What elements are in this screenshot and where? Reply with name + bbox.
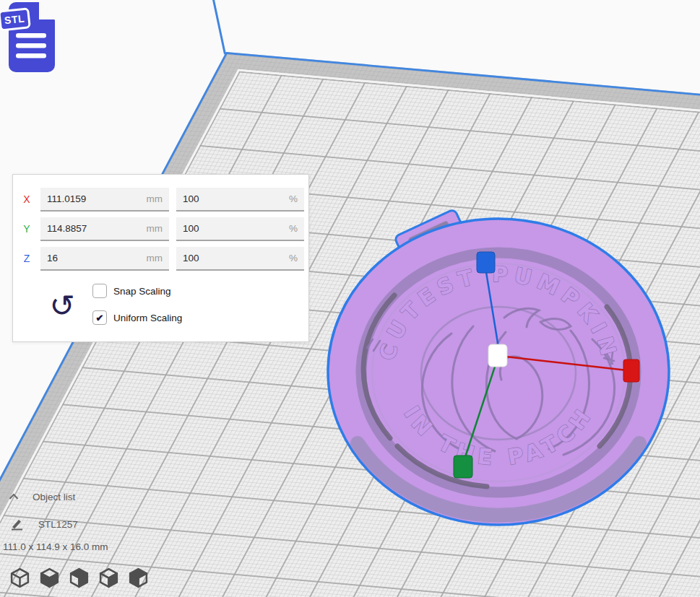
y-mm-field[interactable]: mm: [40, 217, 169, 241]
scale-row-z: Z mm %: [20, 247, 303, 271]
scale-handle-center[interactable]: [488, 344, 507, 367]
y-percent-input[interactable]: [176, 217, 269, 240]
object-list-toggle[interactable]: Object list: [33, 492, 75, 502]
z-percent-input[interactable]: [176, 247, 269, 269]
right-side-view-icon[interactable]: [129, 567, 148, 589]
object-list-item[interactable]: STL1257: [38, 519, 78, 530]
snap-scaling-checkbox[interactable]: [92, 284, 107, 298]
chevron-up-icon[interactable]: [9, 493, 19, 500]
x-mm-field[interactable]: mm: [40, 188, 169, 212]
uniform-scaling-row: ✔ Uniform Scaling: [92, 310, 182, 325]
axis-z-label: Z: [20, 247, 33, 271]
mold-model[interactable]: CUTEST PUMPKIN IN THE PATCH: [328, 219, 669, 525]
z-percent-field[interactable]: %: [176, 247, 304, 271]
x-percent-input[interactable]: [176, 188, 269, 210]
scale-handle-z[interactable]: [477, 252, 495, 273]
uniform-scaling-checkbox[interactable]: ✔: [92, 310, 107, 325]
percent-unit-label: %: [289, 217, 298, 240]
pencil-icon: [10, 518, 25, 531]
mm-unit-label: mm: [147, 188, 163, 210]
axis-x-label: X: [20, 188, 33, 212]
snap-scaling-label: Snap Scaling: [113, 286, 171, 297]
scale-row-y: Y mm %: [20, 217, 303, 241]
axis-y-label: Y: [20, 217, 33, 241]
reset-scale-icon[interactable]: ↺: [46, 290, 78, 325]
scale-handle-x[interactable]: [623, 359, 639, 382]
front-view-icon[interactable]: [40, 567, 59, 589]
scale-handle-y[interactable]: [454, 456, 472, 478]
view-toolbar: [10, 567, 148, 589]
3d-view-icon[interactable]: [10, 567, 30, 589]
z-mm-input[interactable]: [40, 247, 134, 269]
snap-scaling-row: Snap Scaling: [92, 284, 171, 298]
x-mm-input[interactable]: [40, 188, 134, 210]
percent-unit-label: %: [289, 188, 298, 210]
model-dimensions-label: 111.0 x 114.9 x 16.0 mm: [3, 541, 108, 552]
scale-row-x: X mm %: [20, 188, 303, 212]
z-mm-field[interactable]: mm: [40, 247, 169, 271]
x-percent-field[interactable]: %: [176, 188, 304, 212]
viewport[interactable]: CUTEST PUMPKIN IN THE PATCH STL: [0, 0, 700, 597]
stl-badge-text: STL: [4, 12, 25, 26]
document-lines: [16, 33, 46, 58]
percent-unit-label: %: [289, 247, 298, 269]
mm-unit-label: mm: [147, 217, 163, 240]
y-mm-input[interactable]: [40, 217, 134, 240]
uniform-scaling-label: Uniform Scaling: [113, 313, 182, 323]
top-view-icon[interactable]: [69, 567, 89, 589]
scale-tool-panel: X mm % Y mm % Z mm: [12, 174, 309, 342]
stl-badge: STL: [0, 9, 30, 30]
stl-file-icon: STL: [0, 0, 69, 74]
mm-unit-label: mm: [147, 247, 163, 269]
folded-corner: [39, 1, 55, 19]
left-side-view-icon[interactable]: [99, 567, 118, 589]
y-percent-field[interactable]: %: [176, 217, 304, 241]
